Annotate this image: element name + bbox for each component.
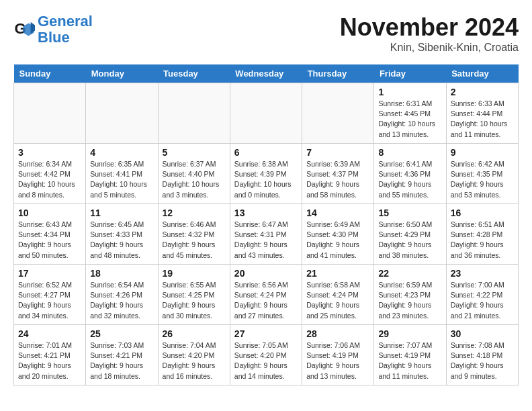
day-number: 26: [163, 328, 226, 339]
weekday-header-sunday: Sunday: [14, 64, 86, 83]
calendar-cell: [302, 83, 374, 144]
day-info: Sunrise: 6:49 AM Sunset: 4:30 PM Dayligh…: [306, 220, 369, 261]
calendar-cell: 1Sunrise: 6:31 AM Sunset: 4:45 PM Daylig…: [374, 83, 446, 144]
day-number: 8: [378, 147, 441, 158]
calendar-cell: 21Sunrise: 6:58 AM Sunset: 4:24 PM Dayli…: [302, 265, 374, 325]
calendar-cell: 7Sunrise: 6:39 AM Sunset: 4:37 PM Daylig…: [302, 144, 374, 204]
day-info: Sunrise: 7:01 AM Sunset: 4:21 PM Dayligh…: [18, 340, 81, 381]
calendar-cell: 16Sunrise: 6:51 AM Sunset: 4:28 PM Dayli…: [446, 204, 518, 265]
calendar-cell: 19Sunrise: 6:55 AM Sunset: 4:25 PM Dayli…: [158, 265, 230, 325]
day-info: Sunrise: 6:58 AM Sunset: 4:24 PM Dayligh…: [306, 280, 369, 321]
day-number: 23: [451, 268, 514, 279]
calendar-cell: 15Sunrise: 6:50 AM Sunset: 4:29 PM Dayli…: [374, 204, 446, 265]
day-info: Sunrise: 6:43 AM Sunset: 4:34 PM Dayligh…: [18, 220, 81, 261]
day-number: 5: [163, 147, 226, 158]
calendar-cell: [158, 83, 230, 144]
day-info: Sunrise: 7:00 AM Sunset: 4:22 PM Dayligh…: [451, 280, 514, 321]
day-info: Sunrise: 6:46 AM Sunset: 4:32 PM Dayligh…: [163, 220, 226, 261]
day-info: Sunrise: 6:35 AM Sunset: 4:41 PM Dayligh…: [90, 159, 153, 200]
weekday-header-wednesday: Wednesday: [230, 64, 302, 83]
calendar-cell: 20Sunrise: 6:56 AM Sunset: 4:24 PM Dayli…: [230, 265, 302, 325]
calendar-cell: 11Sunrise: 6:45 AM Sunset: 4:33 PM Dayli…: [86, 204, 158, 265]
day-info: Sunrise: 6:38 AM Sunset: 4:39 PM Dayligh…: [234, 159, 298, 200]
day-info: Sunrise: 6:59 AM Sunset: 4:23 PM Dayligh…: [378, 280, 441, 321]
day-info: Sunrise: 6:39 AM Sunset: 4:37 PM Dayligh…: [306, 159, 369, 200]
calendar-cell: [14, 83, 86, 144]
calendar-cell: 30Sunrise: 7:08 AM Sunset: 4:18 PM Dayli…: [446, 325, 518, 385]
calendar-cell: 27Sunrise: 7:05 AM Sunset: 4:20 PM Dayli…: [230, 325, 302, 385]
calendar-cell: 29Sunrise: 7:07 AM Sunset: 4:19 PM Dayli…: [374, 325, 446, 385]
calendar-cell: 22Sunrise: 6:59 AM Sunset: 4:23 PM Dayli…: [374, 265, 446, 325]
weekday-header-thursday: Thursday: [302, 64, 374, 83]
day-number: 24: [18, 328, 81, 339]
calendar-cell: 2Sunrise: 6:33 AM Sunset: 4:44 PM Daylig…: [446, 83, 518, 144]
day-info: Sunrise: 6:51 AM Sunset: 4:28 PM Dayligh…: [451, 220, 514, 261]
calendar-cell: 26Sunrise: 7:04 AM Sunset: 4:20 PM Dayli…: [158, 325, 230, 385]
day-info: Sunrise: 6:50 AM Sunset: 4:29 PM Dayligh…: [378, 220, 441, 261]
weekday-header-saturday: Saturday: [446, 64, 518, 83]
day-number: 4: [90, 147, 153, 158]
calendar-cell: 18Sunrise: 6:54 AM Sunset: 4:26 PM Dayli…: [86, 265, 158, 325]
day-number: 13: [234, 208, 298, 218]
day-number: 22: [378, 268, 441, 279]
day-info: Sunrise: 6:54 AM Sunset: 4:26 PM Dayligh…: [90, 280, 153, 321]
day-info: Sunrise: 7:05 AM Sunset: 4:20 PM Dayligh…: [234, 340, 298, 381]
day-info: Sunrise: 7:08 AM Sunset: 4:18 PM Dayligh…: [451, 340, 514, 381]
day-info: Sunrise: 6:56 AM Sunset: 4:24 PM Dayligh…: [234, 280, 298, 321]
day-number: 7: [306, 147, 369, 158]
calendar-cell: 28Sunrise: 7:06 AM Sunset: 4:19 PM Dayli…: [302, 325, 374, 385]
calendar-cell: 10Sunrise: 6:43 AM Sunset: 4:34 PM Dayli…: [14, 204, 86, 265]
weekday-header-friday: Friday: [374, 64, 446, 83]
week-row-2: 3Sunrise: 6:34 AM Sunset: 4:42 PM Daylig…: [14, 144, 519, 204]
day-info: Sunrise: 7:03 AM Sunset: 4:21 PM Dayligh…: [90, 340, 153, 381]
day-number: 18: [90, 268, 153, 279]
week-row-3: 10Sunrise: 6:43 AM Sunset: 4:34 PM Dayli…: [14, 204, 519, 265]
day-number: 3: [18, 147, 81, 158]
logo: G GeneralBlue: [13, 13, 93, 46]
calendar-cell: 9Sunrise: 6:42 AM Sunset: 4:35 PM Daylig…: [446, 144, 518, 204]
day-number: 29: [378, 328, 441, 339]
day-info: Sunrise: 6:37 AM Sunset: 4:40 PM Dayligh…: [163, 159, 226, 200]
day-number: 12: [163, 208, 226, 218]
day-info: Sunrise: 6:34 AM Sunset: 4:42 PM Dayligh…: [18, 159, 81, 200]
day-info: Sunrise: 7:07 AM Sunset: 4:19 PM Dayligh…: [378, 340, 441, 381]
week-row-1: 1Sunrise: 6:31 AM Sunset: 4:45 PM Daylig…: [14, 83, 519, 144]
day-number: 30: [451, 328, 514, 339]
weekday-header-tuesday: Tuesday: [158, 64, 230, 83]
svg-marker-2: [31, 22, 35, 34]
calendar-cell: 5Sunrise: 6:37 AM Sunset: 4:40 PM Daylig…: [158, 144, 230, 204]
logo-text: GeneralBlue: [38, 13, 93, 46]
day-number: 21: [306, 268, 369, 279]
weekday-header-row: SundayMondayTuesdayWednesdayThursdayFrid…: [14, 64, 519, 83]
day-info: Sunrise: 7:04 AM Sunset: 4:20 PM Dayligh…: [163, 340, 226, 381]
day-info: Sunrise: 6:47 AM Sunset: 4:31 PM Dayligh…: [234, 220, 298, 261]
calendar-cell: 12Sunrise: 6:46 AM Sunset: 4:32 PM Dayli…: [158, 204, 230, 265]
logo-icon: G: [13, 19, 35, 40]
day-info: Sunrise: 6:55 AM Sunset: 4:25 PM Dayligh…: [163, 280, 226, 321]
month-year-title: November 2024: [340, 13, 519, 42]
week-row-5: 24Sunrise: 7:01 AM Sunset: 4:21 PM Dayli…: [14, 325, 519, 385]
day-number: 15: [378, 208, 441, 218]
calendar-cell: 14Sunrise: 6:49 AM Sunset: 4:30 PM Dayli…: [302, 204, 374, 265]
calendar-cell: 8Sunrise: 6:41 AM Sunset: 4:36 PM Daylig…: [374, 144, 446, 204]
calendar-cell: 23Sunrise: 7:00 AM Sunset: 4:22 PM Dayli…: [446, 265, 518, 325]
day-number: 28: [306, 328, 369, 339]
page-header: G GeneralBlue November 2024 Knin, Sibeni…: [13, 13, 519, 54]
day-number: 1: [378, 87, 441, 97]
day-number: 19: [163, 268, 226, 279]
weekday-header-monday: Monday: [86, 64, 158, 83]
calendar-cell: [86, 83, 158, 144]
day-number: 25: [90, 328, 153, 339]
day-info: Sunrise: 6:52 AM Sunset: 4:27 PM Dayligh…: [18, 280, 81, 321]
day-number: 27: [234, 328, 298, 339]
day-number: 17: [18, 268, 81, 279]
calendar-cell: [230, 83, 302, 144]
day-number: 11: [90, 208, 153, 218]
day-info: Sunrise: 7:06 AM Sunset: 4:19 PM Dayligh…: [306, 340, 369, 381]
calendar-cell: 17Sunrise: 6:52 AM Sunset: 4:27 PM Dayli…: [14, 265, 86, 325]
calendar-cell: 6Sunrise: 6:38 AM Sunset: 4:39 PM Daylig…: [230, 144, 302, 204]
day-number: 20: [234, 268, 298, 279]
calendar-cell: 4Sunrise: 6:35 AM Sunset: 4:41 PM Daylig…: [86, 144, 158, 204]
location-subtitle: Knin, Sibenik-Knin, Croatia: [340, 42, 519, 54]
day-info: Sunrise: 6:42 AM Sunset: 4:35 PM Dayligh…: [451, 159, 514, 200]
